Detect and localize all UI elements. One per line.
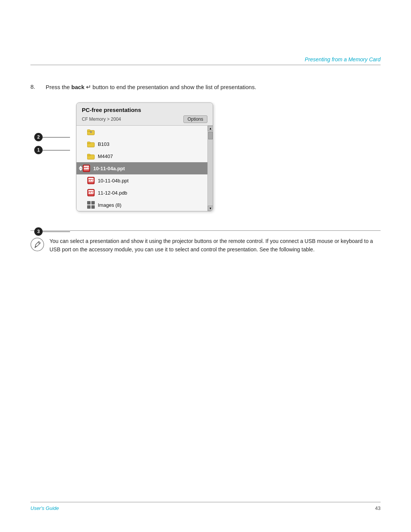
ppt1-icon: PPT: [83, 165, 90, 172]
file-item-b103[interactable]: B103: [76, 138, 213, 150]
footer-page-number: 43: [375, 505, 381, 511]
step-number: 8.: [30, 83, 46, 91]
sort-arrow-down-icon: [79, 169, 83, 171]
file-list: B103 M4407: [76, 125, 213, 211]
step-8: 8. Press the back ↵ button to end the pr…: [30, 83, 381, 92]
main-content: 8. Press the back ↵ button to end the pr…: [30, 70, 381, 254]
back-icon: ↵: [86, 84, 91, 90]
svg-rect-4: [87, 142, 90, 144]
back-label: back: [72, 84, 84, 90]
options-button[interactable]: Options: [183, 115, 207, 123]
note-text: You can select a presentation and show i…: [49, 237, 381, 254]
folder-m4407-icon: [87, 152, 95, 160]
svg-line-20: [38, 242, 40, 244]
svg-rect-6: [87, 154, 90, 156]
callout-3: 3: [34, 227, 70, 236]
dialog-container: 2 1 3 PC-free presentations CF Memory > …: [76, 102, 221, 211]
svg-rect-9: [84, 170, 89, 171]
file-name-ppt2: 10-11-04b.ppt: [98, 178, 129, 184]
file-name-m4407: M4407: [98, 153, 113, 159]
callout-2-circle: 2: [34, 133, 43, 141]
file-name-b103: B103: [98, 141, 109, 147]
sort-arrow-up-icon: [79, 166, 83, 168]
svg-rect-17: [88, 194, 94, 195]
callout-3-circle: 3: [34, 227, 43, 236]
file-item-ppt2[interactable]: PPT 10-11-04b.ppt: [76, 174, 213, 187]
dialog-path: CF Memory > 2004: [82, 117, 121, 122]
step-text-before: Press the: [46, 84, 72, 90]
note-section: You can select a presentation and show i…: [30, 230, 381, 254]
file-item-m4407[interactable]: M4407: [76, 150, 213, 162]
scrollbar[interactable]: ▲ ▼: [207, 126, 213, 211]
file-list-inner: B103 M4407: [76, 126, 213, 211]
file-name-images: Images (8): [98, 202, 121, 208]
callout-3-line: [43, 232, 70, 232]
note-icon: [30, 238, 44, 253]
svg-text:PPT: PPT: [84, 166, 89, 169]
file-item-pdb[interactable]: PPT 11-12-04.pdb: [76, 187, 213, 199]
svg-text:PPT: PPT: [88, 191, 94, 193]
header-title: Presenting from a Memory Card: [305, 56, 381, 62]
page-footer: User's Guide 43: [30, 502, 381, 511]
ppt2-icon: PPT: [87, 177, 95, 184]
sort-arrows: [79, 166, 83, 171]
folder-up-icon: [87, 128, 95, 136]
images-icon: [87, 201, 95, 209]
scroll-down-button[interactable]: ▼: [208, 206, 213, 211]
svg-point-19: [31, 238, 44, 251]
page-header: Presenting from a Memory Card: [30, 56, 381, 65]
callout-1-line: [43, 150, 70, 150]
dialog-nav-bar: CF Memory > 2004 Options: [76, 115, 213, 125]
callout-1: 1: [34, 146, 70, 154]
file-item-folder-up[interactable]: [76, 126, 213, 138]
file-item-images[interactable]: Images (8): [76, 199, 213, 211]
folder-b103-icon: [87, 140, 95, 148]
file-name-ppt1: 10-11-04a.ppt: [93, 166, 125, 171]
callout-2-line: [43, 137, 70, 137]
scroll-up-button[interactable]: ▲: [208, 126, 213, 131]
file-item-ppt1[interactable]: PPT 10-11-04a.ppt: [76, 162, 213, 174]
step-text: Press the back ↵ button to end the prese…: [46, 83, 381, 92]
file-name-pdb: 11-12-04.pdb: [98, 190, 127, 196]
callout-2: 2: [34, 133, 70, 141]
pc-free-dialog: PC-free presentations CF Memory > 2004 O…: [76, 102, 213, 211]
callout-1-circle: 1: [34, 146, 43, 154]
svg-rect-1: [87, 130, 90, 132]
svg-text:PPT: PPT: [88, 179, 94, 181]
svg-rect-13: [88, 182, 94, 183]
footer-users-guide: User's Guide: [30, 505, 59, 511]
scrollbar-thumb[interactable]: [208, 132, 213, 139]
step-text-after: button to end the presentation and show …: [92, 84, 256, 90]
dialog-title-bar: PC-free presentations: [76, 103, 213, 115]
dialog-title: PC-free presentations: [82, 107, 141, 113]
pdb-icon: PPT: [87, 189, 95, 197]
